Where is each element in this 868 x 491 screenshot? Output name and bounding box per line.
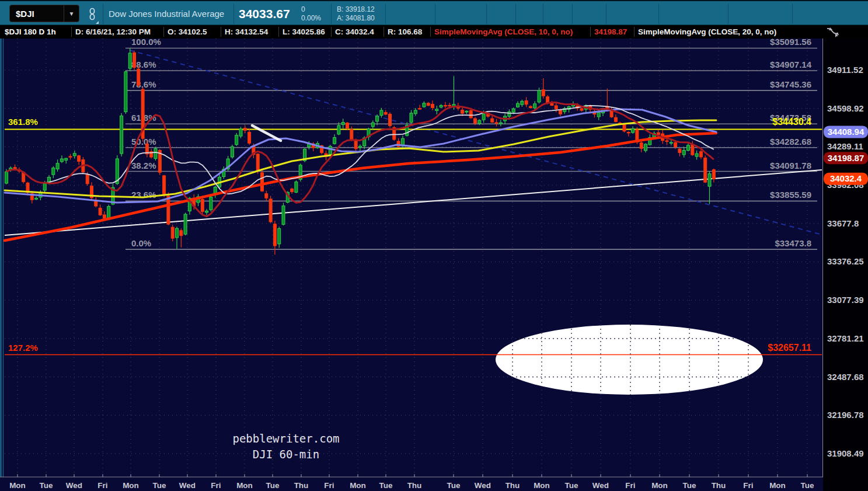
fib-127-price-label: $32657.11 [768, 343, 811, 353]
day-label: Tue [40, 481, 53, 490]
fib-price-label: $34282.68 [770, 137, 811, 147]
price-axis-label: 31908.49 [827, 448, 864, 458]
bid-value: B: 33918.12 [337, 5, 375, 14]
day-label: Fri [211, 481, 221, 490]
day-label: Wed [179, 481, 196, 490]
day-label: Wed [592, 481, 609, 490]
day-label: Wed [475, 481, 491, 490]
day-label: Mon [236, 481, 253, 490]
sma20-study-label[interactable]: SimpleMovingAvg (CLOSE, 20, 0, no) [638, 25, 776, 39]
price-axis-label: 32196.78 [827, 410, 864, 420]
price-axis-label: 34289.11 [827, 141, 863, 151]
sma10-study-label[interactable]: SimpleMovingAvg (CLOSE, 10, 0, no) [434, 25, 573, 39]
time-axis-labels: MonTueWedFriMonTueWedFriMonTueThuFriMonT… [9, 481, 814, 490]
fib-price-label: $34091.78 [770, 161, 811, 170]
studies-ellipsis[interactable]: ... [733, 25, 739, 39]
symbol-input[interactable]: $DJI ▼ [9, 5, 79, 22]
fib-127-pct-label: 127.2% [8, 343, 38, 353]
change-value: 0 [301, 5, 321, 14]
bar-range: R: 106.68 [388, 25, 422, 39]
fib-pct-label: 100.0% [131, 39, 161, 47]
price-bubble: 34032.4 [824, 173, 868, 185]
day-label: Tue [266, 481, 280, 490]
day-label: Tue [801, 481, 814, 490]
svg-text:34408.94: 34408.94 [828, 127, 864, 137]
price-bubble: 34198.87 [824, 152, 868, 164]
fib-pct-label: 0.0% [131, 238, 151, 248]
day-label: Wed [66, 481, 82, 490]
fib-pct-label: 23.6% [131, 190, 156, 200]
fib-361-price-label: $34430.4 [772, 117, 811, 127]
svg-text:pebblewriter.com: pebblewriter.com [232, 432, 339, 445]
link-icon [86, 8, 98, 20]
symbol-value[interactable]: $DJI [10, 9, 64, 19]
bar-close: C: 34032.4 [335, 25, 374, 39]
day-label: Tue [379, 481, 393, 490]
last-price: 34033.67 [239, 1, 290, 26]
bar-high: H: 34132.54 [225, 25, 268, 39]
ask-value: A: 34081.80 [337, 14, 375, 23]
bar-low: L: 34025.86 [283, 25, 325, 39]
fib-pct-label: 38.2% [131, 161, 156, 170]
price-axis-label: 33376.25 [827, 256, 864, 266]
fib-price-label: $34745.36 [770, 79, 811, 89]
symbol-dropdown-icon[interactable]: ▼ [64, 5, 79, 22]
toolbar: $DJI ▼ Dow Jones Industrial Average 3403… [0, 0, 868, 25]
fib-price-label: $33855.59 [770, 190, 811, 200]
price-axis-label: 34598.92 [827, 103, 864, 113]
fib-price-label: $34907.14 [770, 60, 812, 69]
day-label: Mon [769, 481, 786, 490]
price-bubble: 34408.94 [824, 126, 868, 138]
price-axis-label: 34911.52 [827, 65, 863, 75]
svg-text:34032.4: 34032.4 [830, 173, 862, 183]
sma10-study-value: 34198.87 [594, 25, 627, 39]
price-chart[interactable]: 100.0%$35091.5688.6%$34907.1478.6%$34745… [0, 39, 868, 491]
day-label: Mon [9, 481, 26, 490]
fib-price-label: $33473.8 [775, 238, 811, 248]
day-label: Fri [324, 481, 334, 490]
fib-price-label: $35091.56 [770, 39, 811, 47]
day-label: Thu [407, 481, 422, 490]
link-button[interactable] [84, 1, 100, 26]
highlight-ellipse [496, 325, 763, 395]
day-label: Fri [743, 481, 753, 490]
day-label: Tue [447, 481, 461, 490]
day-label: Tue [153, 481, 166, 490]
cursor-mode-icon[interactable] [825, 26, 845, 39]
fib-pct-label: 78.6% [131, 79, 156, 89]
day-label: Mon [123, 481, 139, 490]
price-axis-label: 32487.68 [827, 372, 864, 382]
day-label: Mon [534, 481, 550, 490]
day-label: Thu [506, 481, 520, 490]
chart-symbol-info: $DJI 180 D 1h [5, 25, 56, 39]
day-label: Tue [683, 481, 696, 490]
day-label: Mon [651, 481, 668, 490]
bar-date: D: 6/16/21, 12:30 PM [75, 25, 151, 39]
change-percent: 0.00% [301, 14, 321, 23]
symbol-description: Dow Jones Industrial Average [109, 1, 224, 26]
svg-text:DJI 60-min: DJI 60-min [253, 448, 319, 461]
day-label: Fri [97, 481, 107, 490]
day-label: Thu [712, 481, 726, 490]
bar-open: O: 34102.5 [168, 25, 207, 39]
status-bar: $DJI 180 D 1h D: 6/16/21, 12:30 PM O: 34… [0, 25, 868, 39]
day-label: Mon [350, 481, 366, 490]
price-axis-label: 33677.8 [827, 218, 859, 228]
price-axis-label: 33077.39 [827, 295, 864, 305]
svg-text:34198.87: 34198.87 [828, 153, 864, 163]
day-label: Thu [294, 481, 309, 490]
price-axis-label: 32781.21 [827, 333, 864, 343]
day-label: Fri [625, 481, 635, 490]
fib-361-pct-label: 361.8% [8, 117, 38, 127]
day-label: Tue [565, 481, 578, 490]
trading-app-window: $DJI ▼ Dow Jones Industrial Average 3403… [0, 0, 868, 491]
